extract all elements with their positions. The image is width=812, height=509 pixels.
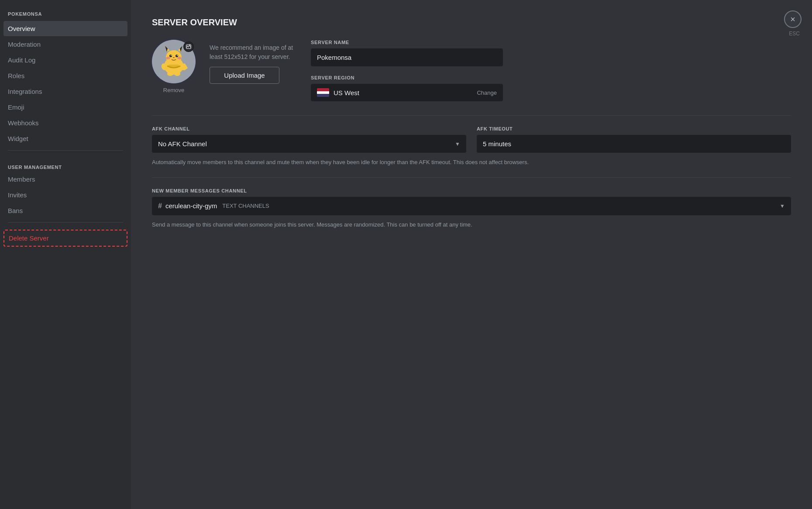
svg-point-7 [175,55,178,57]
server-image-section: Remove [152,40,196,93]
sidebar-item-audit-log[interactable]: Audit Log [3,52,127,68]
flag-red-stripe [317,88,329,91]
sidebar-item-label: Members [8,175,35,183]
divider-1 [152,115,791,116]
svg-point-15 [167,72,173,76]
svg-point-16 [174,72,180,76]
change-region-button[interactable]: Change [477,89,497,96]
divider-2 [152,177,791,178]
svg-point-6 [169,55,172,57]
new-member-description: Send a message to this channel when some… [152,220,791,229]
close-icon: × [790,14,795,24]
channel-left: # cerulean-city-gym TEXT CHANNELS [158,202,269,210]
flag-white-stripe [317,91,329,94]
sidebar-item-overview[interactable]: Overview [3,21,127,36]
sidebar-item-label: Integrations [8,88,42,95]
user-management-section-label: USER MANAGEMENT [3,158,127,172]
afk-channel-section: AFK CHANNEL No AFK Channel ▼ [152,126,466,153]
hash-icon: # [158,202,162,210]
svg-point-12 [173,57,175,58]
new-member-channel-select[interactable]: # cerulean-city-gym TEXT CHANNELS ▼ [152,197,791,215]
flag-blue-stripe [317,94,329,97]
avatar-upload-icon[interactable] [183,41,194,52]
afk-section: AFK CHANNEL No AFK Channel ▼ AFK TIMEOUT… [152,126,791,153]
overview-top-section: Remove We recommend an image of at least… [152,40,791,101]
afk-timeout-section: AFK TIMEOUT 5 minutes [477,126,791,153]
sidebar-divider-1 [8,150,123,151]
afk-channel-label: AFK CHANNEL [152,126,466,131]
new-member-channel-label: NEW MEMBER MESSAGES CHANNEL [152,188,791,193]
us-flag-icon [317,88,329,97]
afk-timeout-label: AFK TIMEOUT [477,126,791,131]
region-left: US West [317,88,359,97]
sidebar-item-widget[interactable]: Widget [3,131,127,146]
svg-point-9 [177,55,178,56]
svg-point-10 [166,57,170,59]
server-avatar-wrapper [152,40,196,83]
sidebar-item-label: Emoji [8,103,24,111]
sidebar-item-moderation[interactable]: Moderation [3,37,127,52]
sidebar-item-bans[interactable]: Bans [3,203,127,218]
sidebar: POKEMONSA Overview Moderation Audit Log … [0,0,131,509]
new-member-channel-section: NEW MEMBER MESSAGES CHANNEL # cerulean-c… [152,188,791,229]
afk-channel-select[interactable]: No AFK Channel ▼ [152,135,466,153]
page-title: SERVER OVERVIEW [152,17,791,28]
sidebar-item-label: Moderation [8,41,41,48]
sidebar-item-label: Widget [8,135,28,142]
server-name-input[interactable] [311,48,503,66]
upload-info-text: We recommend an image of at least 512x51… [210,43,297,62]
chevron-down-icon: ▼ [780,203,785,209]
region-name: US West [334,89,359,96]
sidebar-item-invites[interactable]: Invites [3,187,127,203]
sidebar-divider-2 [8,222,123,223]
sidebar-item-label: Audit Log [8,56,35,64]
afk-description: Automatically move members to this chann… [152,158,791,167]
server-region-select[interactable]: US West Change [311,84,503,101]
channel-name: cerulean-city-gym [165,202,217,210]
afk-channel-value: No AFK Channel [158,140,207,148]
remove-label[interactable]: Remove [163,87,184,93]
sidebar-item-label: Invites [8,191,27,199]
esc-label: ESC [789,31,800,37]
svg-point-8 [171,55,172,56]
server-name-label: SERVER NAME [311,40,503,45]
sidebar-item-webhooks[interactable]: Webhooks [3,115,127,131]
sidebar-item-label: Roles [8,72,24,79]
sidebar-item-emoji[interactable]: Emoji [3,100,127,115]
sidebar-item-label: Webhooks [8,119,39,127]
delete-server-button[interactable]: Delete Server [3,230,127,247]
sidebar-item-label: Overview [8,25,35,32]
channel-type-label: TEXT CHANNELS [222,203,269,209]
sidebar-item-members[interactable]: Members [3,172,127,187]
svg-rect-17 [169,65,179,67]
svg-point-11 [177,57,182,59]
upload-image-icon [186,44,192,50]
sidebar-item-roles[interactable]: Roles [3,68,127,83]
close-button[interactable]: × [784,10,802,28]
main-content: × ESC SERVER OVERVIEW [131,0,812,509]
sidebar-item-label: Bans [8,207,23,214]
server-name-label: POKEMONSA [3,9,127,19]
upload-image-button[interactable]: Upload Image [210,67,279,84]
chevron-down-icon: ▼ [455,141,460,147]
upload-info-section: We recommend an image of at least 512x51… [210,40,297,84]
afk-timeout-value: 5 minutes [483,140,511,148]
server-name-section: SERVER NAME SERVER REGION US West Change [311,40,503,101]
afk-timeout-select[interactable]: 5 minutes [477,135,791,153]
sidebar-item-integrations[interactable]: Integrations [3,84,127,99]
server-region-label: SERVER REGION [311,75,503,80]
